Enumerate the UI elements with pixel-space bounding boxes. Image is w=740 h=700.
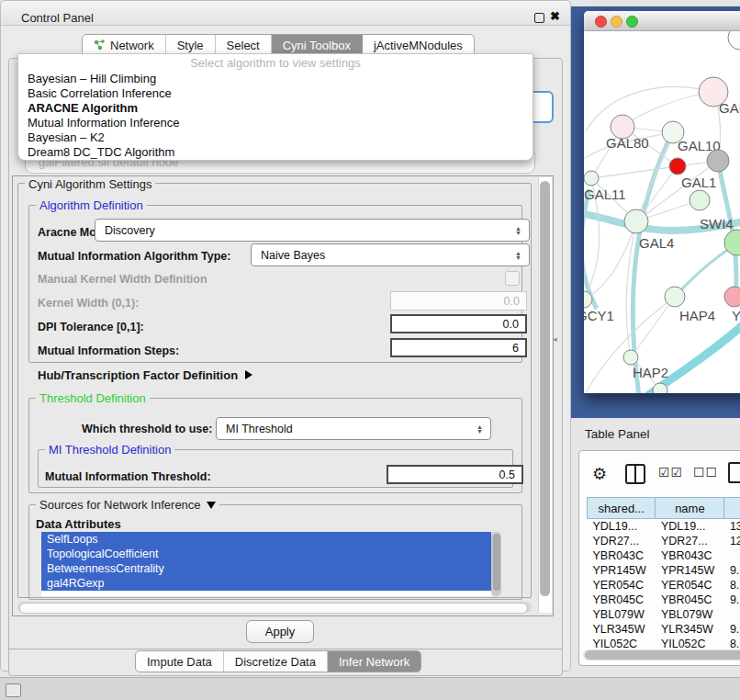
mi-threshold-field[interactable]: 0.5	[387, 465, 523, 484]
network-edge[interactable]	[631, 297, 675, 357]
network-node[interactable]	[728, 31, 740, 50]
table-cell[interactable]: YPR145W	[588, 563, 656, 578]
algorithm-option[interactable]: Bayesian – Hill Climbing	[20, 72, 531, 86]
table-cell[interactable]: YBR045C	[656, 593, 724, 607]
table-column-header[interactable]	[724, 498, 740, 519]
network-node-y[interactable]	[724, 287, 740, 307]
table-cell[interactable]	[724, 548, 740, 563]
table-horizontal-scrollbar-thumb[interactable]	[585, 650, 740, 660]
attribute-list-item[interactable]: SelfLoops	[41, 532, 491, 547]
tab-network[interactable]: Network	[83, 35, 166, 55]
tab-discretize-data[interactable]: Discretize Data	[224, 651, 328, 672]
table-row[interactable]: YPR145WYPR145W9.	[588, 563, 740, 578]
network-edge[interactable]	[584, 221, 636, 299]
which-threshold-combo[interactable]: MI Threshold ▲▼	[216, 417, 491, 440]
network-node-hap2[interactable]	[623, 350, 638, 365]
algorithm-option[interactable]: Dream8 DC_TDC Algorithm	[20, 145, 531, 160]
table-row[interactable]: YER054CYER054C8.	[588, 578, 740, 593]
hub-tf-definition-toggle[interactable]: Hub/Transcription Factor Definition	[38, 368, 252, 382]
attribute-list-item[interactable]: gal4RGexp	[41, 576, 491, 591]
table-row[interactable]: YBR043CYBR043C	[588, 548, 740, 563]
table-cell[interactable]: YBR043C	[588, 548, 656, 563]
network-node-gal11[interactable]	[584, 171, 599, 186]
table-row[interactable]: YBL079WYBL079W	[588, 607, 740, 622]
tab-jactivemnodules[interactable]: jActiveMNodules	[363, 35, 474, 55]
table-cell[interactable]: YDR27...	[656, 534, 724, 548]
table-cell[interactable]: 9.	[724, 563, 740, 578]
manual-kernel-width-checkbox[interactable]	[505, 271, 520, 286]
aracne-mode-combo[interactable]: Discovery ▲▼	[95, 219, 530, 242]
table-row[interactable]: YBR045CYBR045C9.	[588, 593, 740, 607]
table-cell[interactable]: 9.	[724, 593, 740, 607]
tab-infer-network[interactable]: Infer Network	[328, 651, 420, 672]
table-cell[interactable]: 12	[724, 534, 740, 548]
application-window: Control Panel ✖ Network Style Select Cyn	[0, 0, 740, 700]
node-attribute-table[interactable]: shared...name YDL19...YDL19...13YDR27...…	[587, 497, 740, 651]
network-edge[interactable]	[586, 86, 713, 131]
tab-cyni-toolbox[interactable]: Cyni Toolbox	[272, 35, 363, 55]
algorithm-option[interactable]: Mutual Information Inference	[20, 116, 531, 130]
network-canvas[interactable]: GALGAL80GAL10GAL1GAL11SWI4GAL4GCY1HAP4YH…	[584, 31, 740, 393]
gear-icon[interactable]: ⚙	[592, 464, 607, 484]
tab-impute-data[interactable]: Impute Data	[136, 651, 224, 672]
algorithm-option[interactable]: Basic Correlation Inference	[20, 86, 531, 101]
table-column-header[interactable]: name	[656, 498, 724, 519]
attribute-list-item[interactable]: TopologicalCoefficient	[41, 547, 491, 561]
new-table-icon[interactable]	[728, 462, 740, 483]
table-cell[interactable]: YPR145W	[656, 563, 724, 578]
tab-select[interactable]: Select	[216, 35, 272, 55]
mi-algorithm-type-combo[interactable]: Naive Bayes ▲▼	[251, 243, 530, 266]
table-cell[interactable]: 9.	[724, 622, 740, 637]
attribute-list-item[interactable]: BetweennessCentrality	[41, 561, 491, 576]
close-icon[interactable]: ✖	[550, 9, 560, 23]
table-cell[interactable]: YLR345W	[656, 622, 724, 637]
close-traffic-icon[interactable]	[595, 16, 607, 28]
table-cell[interactable]: YDR27...	[588, 534, 656, 548]
table-cell[interactable]: 8.	[724, 578, 740, 593]
table-cell[interactable]: YBL079W	[656, 607, 724, 622]
kernel-width-field[interactable]: 0.0	[390, 291, 527, 310]
table-row[interactable]: YLR345WYLR345W9.	[588, 622, 740, 637]
network-node-gal4[interactable]	[624, 209, 648, 233]
network-edge[interactable]	[584, 189, 597, 309]
network-window-titlebar[interactable]	[584, 11, 740, 31]
deselect-all-checkboxes-icon[interactable]: ☐☐	[693, 465, 718, 480]
table-cell[interactable]	[724, 607, 740, 622]
table-cell[interactable]: YER054C	[588, 578, 656, 593]
network-node[interactable]	[653, 383, 667, 393]
sources-group-title[interactable]: Sources for Network Inference	[36, 498, 219, 512]
dpi-tolerance-field[interactable]: 0.0	[390, 314, 527, 333]
table-cell[interactable]: YDL19...	[588, 519, 656, 535]
table-cell[interactable]: YER054C	[656, 578, 724, 593]
vertical-scrollbar-thumb[interactable]	[540, 181, 550, 596]
apply-button[interactable]: Apply	[246, 620, 314, 643]
minimize-traffic-icon[interactable]	[611, 16, 622, 28]
mi-steps-field[interactable]: 6	[390, 338, 527, 357]
table-row[interactable]: YDL19...YDL19...13	[588, 519, 740, 535]
table-column-header[interactable]: shared...	[588, 498, 656, 519]
network-node-hap4[interactable]	[665, 287, 685, 307]
split-columns-icon[interactable]	[625, 464, 645, 484]
table-row[interactable]: YDR27...YDR27...12	[588, 534, 740, 548]
table-cell[interactable]: YBR045C	[588, 593, 656, 607]
select-all-checkboxes-icon[interactable]: ☑☑	[658, 465, 683, 480]
network-node[interactable]	[690, 190, 710, 210]
table-cell[interactable]: YBR043C	[656, 548, 724, 563]
horizontal-scrollbar-thumb[interactable]	[19, 603, 528, 614]
table-cell[interactable]: YBL079W	[588, 607, 656, 622]
network-node[interactable]	[707, 150, 729, 172]
float-window-icon[interactable]	[534, 13, 544, 23]
table-cell[interactable]: YDL19...	[656, 519, 724, 535]
attribute-list-scrollbar-thumb[interactable]	[493, 534, 500, 591]
panel-dock-icon[interactable]	[6, 683, 21, 697]
control-panel-title: Control Panel	[21, 11, 94, 25]
algorithm-option[interactable]: Bayesian – K2	[20, 130, 531, 145]
algorithm-option[interactable]: ARACNE Algorithm	[20, 101, 531, 116]
splitter-handle[interactable]: ◂	[553, 334, 557, 344]
table-cell[interactable]: 13	[724, 519, 740, 535]
zoom-traffic-icon[interactable]	[626, 16, 638, 28]
network-node-gal1[interactable]	[669, 158, 686, 175]
tab-style[interactable]: Style	[166, 35, 216, 55]
table-cell[interactable]: YLR345W	[588, 622, 656, 637]
network-view-window[interactable]: GALGAL80GAL10GAL1GAL11SWI4GAL4GCY1HAP4YH…	[584, 11, 740, 393]
